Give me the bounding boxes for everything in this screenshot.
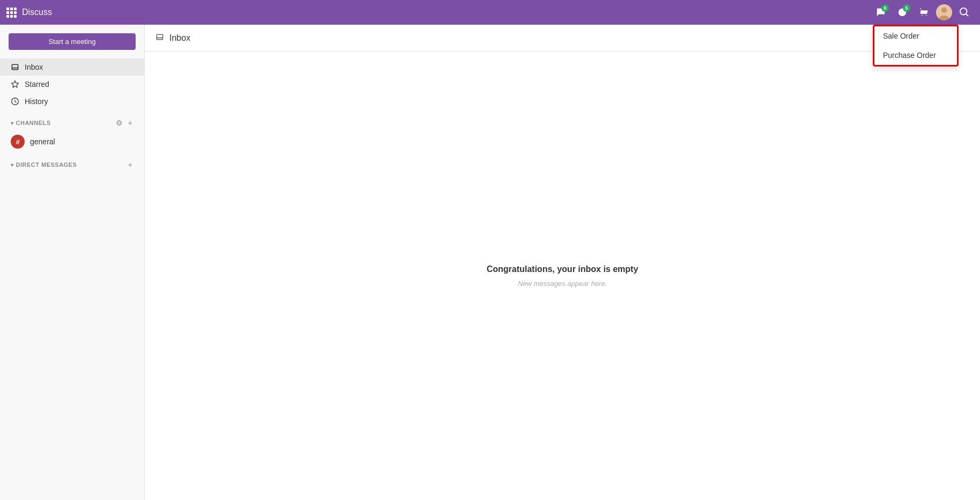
activity-icon-btn[interactable]: 5: [893, 3, 911, 21]
history-icon: [11, 97, 19, 106]
main-body: Congratulations, your inbox is empty New…: [145, 52, 980, 500]
dm-label: DIRECT MESSAGES: [16, 161, 77, 168]
sidebar: Start a meeting Inbox Starred History: [0, 25, 145, 500]
main-layout: Start a meeting Inbox Starred History: [0, 25, 980, 500]
dm-add-button[interactable]: +: [127, 159, 133, 170]
cart-icon: [919, 8, 929, 17]
dropdown-item-sale-order[interactable]: Sale Order: [874, 26, 957, 46]
main-header: Inbox: [145, 25, 980, 52]
channel-label-general: general: [30, 137, 55, 146]
navbar-right: 6 5: [872, 3, 974, 21]
cart-dropdown: Sale Order Purchase Order: [873, 25, 959, 67]
direct-messages-title[interactable]: ▾ DIRECT MESSAGES: [11, 161, 77, 168]
messages-icon-btn[interactable]: 6: [872, 3, 890, 21]
navbar: Discuss 6 5: [0, 0, 980, 25]
inbox-icon: [11, 63, 19, 71]
channel-item-general[interactable]: # general: [0, 131, 144, 152]
history-label: History: [25, 97, 48, 106]
dm-chevron: ▾: [11, 162, 14, 168]
channels-title[interactable]: ▾ CHANNELS: [11, 120, 51, 126]
channels-settings-button[interactable]: ⚙: [115, 117, 124, 128]
channels-add-button[interactable]: +: [127, 117, 133, 128]
search-icon-btn[interactable]: [955, 3, 974, 21]
main-content: Inbox Congratulations, your inbox is emp…: [145, 25, 980, 500]
sidebar-item-inbox[interactable]: Inbox: [0, 58, 144, 76]
channels-chevron: ▾: [11, 120, 14, 126]
activity-badge: 5: [903, 4, 910, 12]
start-meeting-button[interactable]: Start a meeting: [9, 33, 136, 50]
empty-inbox-subtitle: New messages appear here.: [518, 280, 607, 288]
messages-badge: 6: [881, 4, 889, 12]
svg-point-1: [941, 8, 947, 13]
navbar-left: Discuss: [6, 8, 872, 18]
empty-inbox-title: Congratulations, your inbox is empty: [487, 264, 639, 274]
avatar-image: [936, 4, 952, 20]
sidebar-item-starred[interactable]: Starred: [0, 76, 144, 93]
app-title: Discuss: [22, 8, 52, 17]
dropdown-item-purchase-order[interactable]: Purchase Order: [874, 46, 957, 65]
search-icon: [960, 8, 969, 17]
inbox-header-icon: [155, 33, 164, 41]
channels-label: CHANNELS: [16, 120, 51, 126]
starred-label: Starred: [25, 80, 49, 89]
grid-menu-icon[interactable]: [6, 8, 17, 18]
sidebar-item-history[interactable]: History: [0, 93, 144, 110]
dm-actions: +: [127, 159, 133, 170]
channel-avatar-general: #: [11, 135, 25, 149]
star-icon: [11, 80, 19, 89]
channels-actions: ⚙ +: [115, 117, 133, 128]
main-header-icon: [155, 33, 164, 43]
channels-section-header: ▾ CHANNELS ⚙ +: [0, 112, 144, 131]
main-header-title: Inbox: [169, 33, 190, 43]
inbox-label: Inbox: [25, 63, 43, 71]
direct-messages-section-header: ▾ DIRECT MESSAGES +: [0, 154, 144, 173]
user-avatar[interactable]: [936, 4, 952, 20]
cart-icon-btn[interactable]: [915, 3, 933, 21]
